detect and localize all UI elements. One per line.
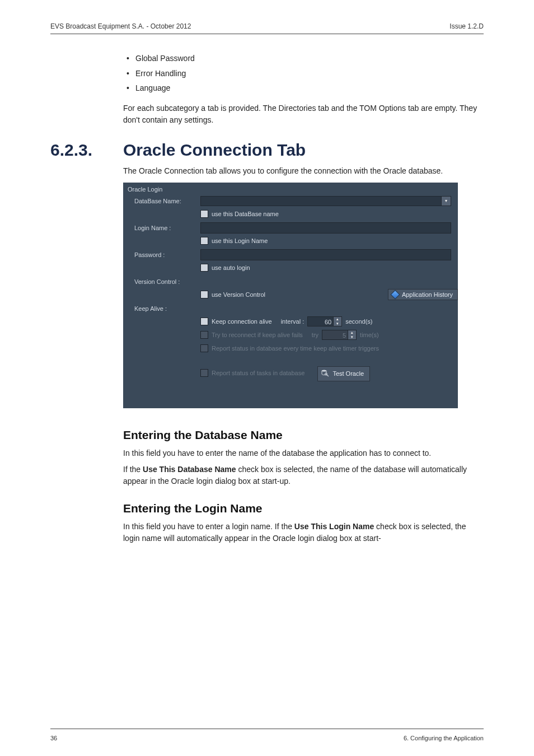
report-tasks-checkbox[interactable]	[200, 369, 208, 377]
bullet-item: Global Password	[123, 51, 484, 66]
subheading-database-name: Entering the Database Name	[123, 428, 484, 442]
header-right: Issue 1.2.D	[449, 22, 484, 30]
interval-spinner[interactable]: 60 ▴▾	[307, 316, 342, 326]
bullet-item: Error Handling	[123, 66, 484, 81]
subheading-login-name: Entering the Login Name	[123, 502, 484, 515]
login-name-label: Login Name :	[134, 225, 200, 231]
section-number: 6.2.3.	[50, 141, 123, 160]
spin-down-icon[interactable]: ▾	[334, 321, 341, 326]
use-login-checkbox[interactable]	[200, 237, 208, 245]
body-paragraph: In this field you have to enter the name…	[123, 447, 484, 459]
try-label: try	[312, 332, 318, 338]
keep-connection-checkbox[interactable]	[200, 318, 208, 325]
footer-rule	[50, 729, 484, 729]
keep-alive-label: Keep Alive :	[134, 305, 167, 312]
interval-unit: second(s)	[345, 318, 372, 325]
use-version-label: use Version Control	[212, 291, 265, 298]
test-oracle-button[interactable]: Test Oracle	[317, 366, 370, 381]
try-value: 5	[322, 330, 348, 340]
section-title: Oracle Connection Tab	[123, 141, 306, 160]
diamond-icon	[390, 290, 400, 299]
spin-up-icon[interactable]: ▴	[334, 317, 341, 321]
report-trigger-checkbox[interactable]	[200, 344, 208, 352]
database-name-label: DataBase Name:	[134, 198, 200, 204]
page-number: 36	[50, 735, 57, 741]
bullet-item: Language	[123, 81, 484, 96]
try-unit: time(s)	[360, 332, 379, 338]
use-database-checkbox[interactable]	[200, 210, 208, 218]
interval-label: interval :	[281, 318, 305, 325]
login-name-field[interactable]	[200, 222, 451, 234]
svg-point-0	[322, 370, 326, 371]
section-intro: The Oracle Connection tab allows you to …	[123, 165, 484, 177]
report-tasks-label: Report status of tasks in database	[212, 370, 305, 376]
version-control-label: Version Control :	[134, 278, 180, 285]
password-label: Password :	[134, 251, 200, 258]
footer-chapter: 6. Configuring the Application	[404, 735, 484, 741]
use-version-checkbox[interactable]	[200, 291, 208, 298]
spin-down-icon[interactable]: ▾	[348, 335, 356, 339]
interval-value: 60	[307, 316, 334, 326]
group-title: Oracle Login	[123, 183, 458, 195]
keep-connection-label: Keep connection alive	[212, 318, 272, 325]
chevron-down-icon[interactable]: ▾	[442, 196, 451, 206]
use-autologin-checkbox[interactable]	[200, 264, 208, 272]
try-reconnect-checkbox[interactable]	[200, 331, 208, 339]
oracle-login-screenshot: Oracle Login DataBase Name: ▾ use this D…	[123, 183, 458, 408]
body-paragraph: If the Use This Database Name check box …	[123, 464, 484, 487]
try-reconnect-label: Try to reconnect if keep alive fails	[212, 332, 303, 338]
bullet-list: Global Password Error Handling Language	[123, 51, 484, 96]
test-oracle-label: Test Oracle	[332, 370, 364, 377]
report-trigger-label: Report status in database every time kee…	[212, 345, 379, 352]
database-icon	[321, 369, 329, 379]
application-history-button[interactable]: Application History	[388, 289, 458, 300]
body-paragraph: In this field you have to enter a login …	[123, 521, 484, 544]
database-name-combo[interactable]: ▾	[200, 196, 451, 206]
use-database-label: use this DataBase name	[212, 211, 279, 217]
body-paragraph: For each subcategory a tab is provided. …	[123, 102, 484, 126]
spin-up-icon[interactable]: ▴	[348, 330, 356, 335]
use-login-label: use this Login Name	[212, 237, 268, 244]
header-left: EVS Broadcast Equipment S.A. - October 2…	[50, 22, 191, 30]
password-field[interactable]	[200, 249, 451, 260]
application-history-label: Application History	[402, 291, 453, 298]
try-spinner[interactable]: 5 ▴▾	[322, 330, 357, 340]
use-autologin-label: use auto login	[212, 264, 250, 271]
